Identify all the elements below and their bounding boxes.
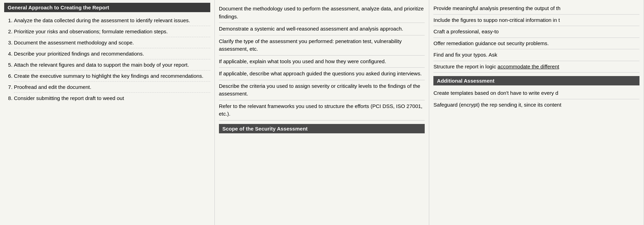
list-item: Prioritize your risks and observations; … [14,26,210,37]
col2-block-3: If applicable, explain what tools you us… [219,56,425,68]
list-item: Proofread and edit the document. [14,82,210,93]
col3-block-0: Provide meaningful analysis presenting t… [433,3,639,15]
col3-bottom-0: Create templates based on don't have to … [433,88,639,99]
list-item: Describe your prioritized findings and r… [14,48,210,59]
column-2: Document the methodology used to perform… [215,0,430,225]
col3-block-4: Find and fix your typos. Ask [433,49,639,61]
col3-block-3: Offer remediation guidance out security … [433,38,639,50]
col2-block-0: Document the methodology used to perform… [219,3,425,23]
list-item: Analyze the data collected during the as… [14,15,210,26]
col2-block-5: Describe the criteria you used to assign… [219,80,425,100]
col2-block-4: If applicable, describe what approach gu… [219,68,425,80]
list-item: Create the executive summary to highligh… [14,70,210,82]
col1-list: Analyze the data collected during the as… [4,15,210,103]
column-3: Provide meaningful analysis presenting t… [429,0,644,225]
col3-block-5: Structure the report in logic accommodat… [433,61,639,73]
col3-section-header: Additional Assessment [433,76,639,85]
list-item: Consider submitting the report draft to … [14,93,210,103]
col3-block-2: Craft a professional, easy-to [433,26,639,38]
column-1: General Approach to Creating the Report … [0,0,215,225]
list-item: Document the assessment methodology and … [14,37,210,48]
col2-block-1: Demonstrate a systemic and well-reasoned… [219,23,425,35]
col3-bottom-1: Safeguard (encrypt) the rep sending it, … [433,99,639,111]
col1-header: General Approach to Creating the Report [4,3,210,12]
col3-underlined-text: accommodate the different [498,64,559,69]
col2-block-6: Refer to the relevant frameworks you use… [219,100,425,120]
list-item: Attach the relevant figures and data to … [14,59,210,70]
col2-section-header: Scope of the Security Assessment [219,124,425,133]
col2-block-2: Clarify the type of the assessment you p… [219,35,425,56]
col3-block-1: Include the figures to suppo non-critica… [433,15,639,26]
